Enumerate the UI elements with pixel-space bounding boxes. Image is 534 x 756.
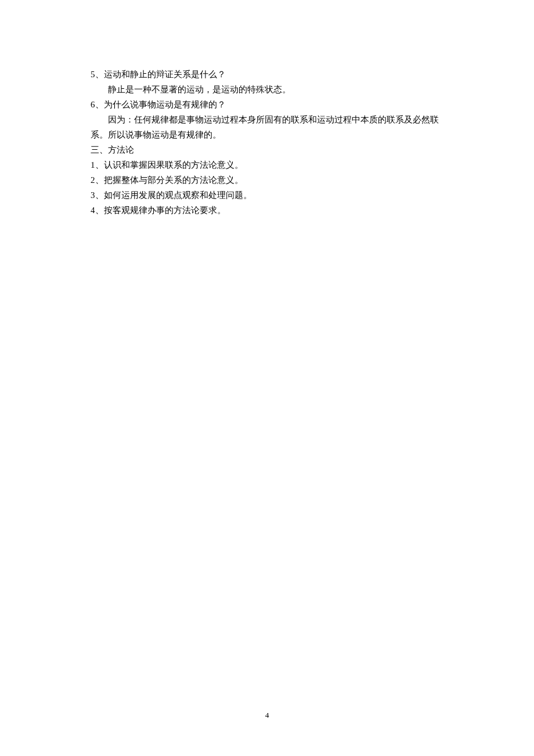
method-item-1: 1、认识和掌握因果联系的方法论意义。 — [91, 157, 447, 172]
question-6: 6、为什么说事物运动是有规律的？ — [91, 97, 447, 112]
answer-6-line-2: 系。所以说事物运动是有规律的。 — [91, 127, 447, 142]
method-item-4: 4、按客观规律办事的方法论要求。 — [91, 203, 447, 218]
answer-6-line-1: 因为：任何规律都是事物运动过程本身所固有的联系和运动过程中本质的联系及必然联 — [91, 112, 447, 127]
answer-5: 静止是一种不显著的运动，是运动的特殊状态。 — [91, 82, 447, 97]
section-3-heading: 三、方法论 — [91, 142, 447, 157]
question-5: 5、运动和静止的辩证关系是什么？ — [91, 67, 447, 82]
method-item-3: 3、如何运用发展的观点观察和处理问题。 — [91, 188, 447, 203]
method-item-2: 2、把握整体与部分关系的方法论意义。 — [91, 172, 447, 188]
document-body: 5、运动和静止的辩证关系是什么？ 静止是一种不显著的运动，是运动的特殊状态。 6… — [91, 67, 447, 218]
page-number: 4 — [0, 711, 534, 720]
